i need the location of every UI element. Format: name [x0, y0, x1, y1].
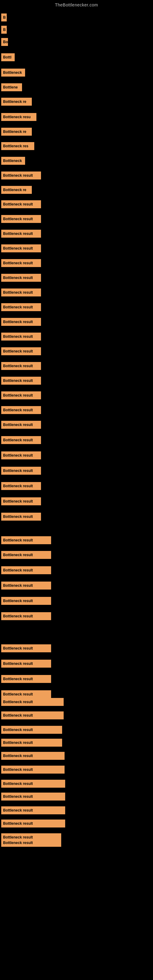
result-item[interactable]: Bottleneck result: [1, 406, 41, 414]
result-item[interactable]: Bottleneck result: [1, 303, 41, 311]
result-item[interactable]: Bottleneck result: [1, 318, 41, 326]
result-item[interactable]: Bottleneck result: [1, 288, 41, 296]
result-item[interactable]: Bottleneck result: [1, 421, 41, 429]
result-item[interactable]: Bottl: [1, 53, 15, 61]
result-item[interactable]: Bottleneck result: [1, 566, 51, 574]
result-item[interactable]: Bottleneck result: [1, 467, 41, 475]
result-item[interactable]: Bottleneck result: [1, 230, 41, 238]
result-item[interactable]: Bottleneck result: [1, 644, 51, 652]
result-item[interactable]: Bottleneck result: [1, 513, 41, 520]
result-item[interactable]: Bottleneck result: [1, 482, 41, 490]
result-item[interactable]: Bottleneck result: [1, 819, 65, 827]
result-item[interactable]: Bottleneck result: [1, 551, 51, 559]
result-item[interactable]: Bottleneck result: [1, 698, 64, 706]
result-item[interactable]: B: [1, 26, 7, 34]
result-item[interactable]: Bottleneck: [1, 157, 25, 165]
result-item[interactable]: B: [1, 13, 7, 21]
result-item[interactable]: Bottleneck result: [1, 172, 41, 180]
result-item[interactable]: Bottleneck result: [1, 807, 65, 814]
result-item[interactable]: Bottleneck result: [1, 536, 51, 544]
result-item[interactable]: Bottleneck result: [1, 766, 65, 773]
result-item[interactable]: Bottleneck result: [1, 436, 41, 444]
result-item[interactable]: Bottleneck result: [1, 792, 65, 800]
result-item[interactable]: Bottleneck re: [1, 98, 32, 106]
result-item[interactable]: Bottleneck result: [1, 780, 65, 788]
result-item[interactable]: Bottleneck result: [1, 711, 64, 719]
result-item[interactable]: Bottleneck result: [1, 752, 65, 760]
result-item[interactable]: Bottleneck result: [1, 612, 51, 620]
result-item[interactable]: Bottleneck result: [1, 259, 41, 267]
result-item[interactable]: Bottlene: [1, 83, 22, 91]
result-item[interactable]: Bottleneck result: [1, 274, 41, 282]
result-item[interactable]: Bottleneck result: [1, 244, 41, 252]
result-item[interactable]: Bottleneck res: [1, 142, 34, 150]
result-item[interactable]: Bottleneck: [1, 68, 25, 76]
result-item[interactable]: Bottleneck result: [1, 362, 41, 370]
result-item[interactable]: Bottleneck result: [1, 377, 41, 385]
result-item[interactable]: Bottleneck result: [1, 675, 51, 683]
result-item[interactable]: Bottleneck result: [1, 200, 41, 208]
result-item[interactable]: Bottleneck result: [1, 739, 62, 747]
result-item[interactable]: Bottleneck result: [1, 497, 41, 505]
result-item[interactable]: Bottleneck result: [1, 582, 51, 590]
site-title: TheBottlenecker.com: [0, 0, 153, 7]
result-item[interactable]: Bottleneck result: [1, 391, 41, 399]
result-item[interactable]: Bottleneck result: [1, 726, 62, 734]
result-item[interactable]: Bottleneck result: [1, 690, 51, 698]
result-item[interactable]: Bottleneck result: [1, 215, 41, 223]
result-item[interactable]: Bottleneck result: [1, 597, 51, 605]
result-item[interactable]: Bottleneck result: [1, 660, 51, 668]
result-item[interactable]: Bottleneck result: [1, 347, 41, 355]
result-item[interactable]: Bottleneck re: [1, 186, 32, 194]
result-item[interactable]: Bottleneck re: [1, 128, 32, 136]
result-item[interactable]: Bottleneck resu: [1, 113, 37, 121]
result-item[interactable]: Bottleneck result: [1, 839, 61, 847]
result-item[interactable]: Bottleneck result: [1, 332, 41, 340]
result-item[interactable]: Bottleneck result: [1, 452, 41, 460]
result-item[interactable]: Bo: [1, 38, 8, 46]
